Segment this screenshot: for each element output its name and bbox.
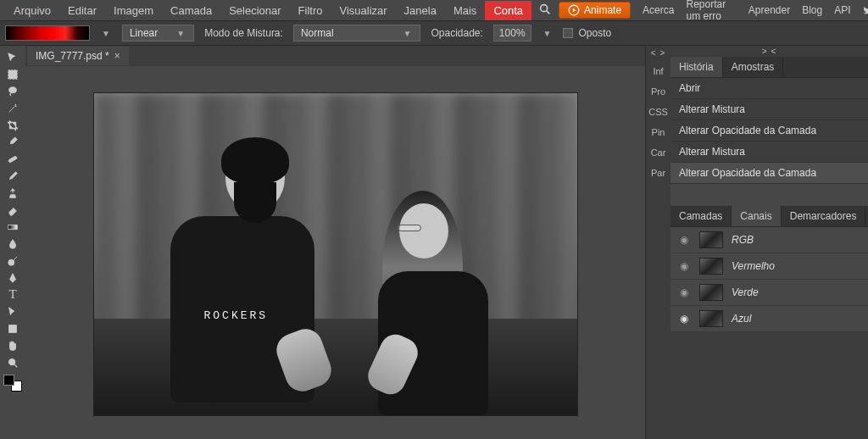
move-tool[interactable] [3,49,23,65]
channel-name: RGB [732,234,754,246]
history-item[interactable]: Alterar Mistura [670,99,868,120]
crop-tool[interactable] [3,117,23,133]
link-blog[interactable]: Blog [802,4,822,16]
link-acerca[interactable]: Acerca [643,4,674,16]
channel-name: Verde [732,286,759,298]
tab-historia[interactable]: História [670,57,723,77]
mini-pro[interactable]: Pro [651,84,665,99]
menu-selecionar[interactable]: Selecionar [220,1,289,20]
color-swatches[interactable] [3,375,22,392]
twitter-icon[interactable] [863,3,868,18]
reverse-label: Oposto [578,27,611,39]
link-aprender[interactable]: Aprender [748,4,790,16]
link-api[interactable]: API [834,4,850,16]
history-item[interactable]: Alterar Mistura [670,142,868,163]
link-reportar[interactable]: Reportar um erro [686,0,736,22]
shape-tool[interactable] [3,320,23,336]
menu-imagem[interactable]: Imagem [105,1,162,20]
svg-point-11 [9,358,15,364]
animate-button[interactable]: Animate [559,2,631,19]
mini-car[interactable]: Car [651,145,666,160]
blend-mode-dropdown[interactable]: Normal▼ [293,25,421,42]
channel-row[interactable]: ◉ Vermelho [670,253,868,280]
visibility-icon[interactable]: ◉ [677,260,691,272]
clone-tool[interactable] [3,185,23,201]
svg-rect-5 [8,69,18,79]
document-tab-label: IMG_7777.psd * [36,50,109,62]
menu-janela[interactable]: Janela [396,1,445,20]
document-area: IMG_7777.psd * × ROCKERS [25,46,645,439]
menu-camada[interactable]: Camada [162,1,220,20]
close-icon[interactable]: × [114,50,120,62]
blur-tool[interactable] [3,236,23,252]
search-icon[interactable] [531,3,559,19]
gradient-tool[interactable] [3,219,23,235]
dodge-tool[interactable] [3,253,23,269]
channel-row[interactable]: ◉ Verde [670,280,868,306]
right-links: Acerca Reportar um erro Aprender Blog AP… [643,0,868,22]
mini-info[interactable]: Inf [653,64,663,79]
opacity-dropdown-icon[interactable]: ▼ [542,29,554,38]
channel-row[interactable]: ◉ RGB [670,227,868,253]
history-item[interactable]: Abrir [670,78,868,99]
heal-tool[interactable] [3,151,23,167]
channel-list: ◉ RGB ◉ Vermelho ◉ Verde ◉ Azul [670,227,868,332]
tab-demarcadores[interactable]: Demarcadores [782,206,866,226]
toolbox: T [0,46,25,439]
hand-tool[interactable] [3,337,23,353]
menu-visualizar[interactable]: Visualizar [331,1,395,20]
menu-mais[interactable]: Mais [445,1,485,20]
tab-camadas[interactable]: Camadas [670,206,732,226]
mini-par[interactable]: Par [651,165,665,181]
gradient-dropdown-icon[interactable]: ▼ [100,29,112,38]
path-select-tool[interactable] [3,303,23,320]
channel-thumbnail [699,231,723,248]
foreground-color[interactable] [3,375,14,386]
document-tab[interactable]: IMG_7777.psd * × [27,47,129,65]
animate-label: Animate [584,4,621,16]
tab-amostras[interactable]: Amostras [723,57,784,77]
opacity-label: Opacidade: [431,27,482,39]
menu-conta[interactable]: Conta [485,1,531,20]
gradient-type-dropdown[interactable]: Linear▼ [122,25,194,42]
rect-select-tool[interactable] [3,66,23,82]
expand-icon[interactable]: < > [651,47,665,58]
wand-tool[interactable] [3,100,23,116]
collapse-icon[interactable]: > < [670,46,868,57]
lasso-tool[interactable] [3,83,23,99]
eraser-tool[interactable] [3,202,23,218]
svg-line-1 [547,10,550,14]
channel-thumbnail [699,284,723,301]
menu-editar[interactable]: Editar [59,1,105,20]
history-item[interactable]: Alterar Opacidade da Camada [670,163,868,184]
history-item[interactable]: Alterar Opacidade da Camada [670,120,868,142]
channel-row[interactable]: ◉ Azul [670,306,868,332]
mini-pin[interactable]: Pin [652,125,665,140]
menu-filtro[interactable]: Filtro [290,1,331,20]
zoom-tool[interactable] [3,354,23,370]
gradient-swatch[interactable] [5,25,90,41]
opacity-value[interactable]: 100% [493,25,531,42]
reverse-checkbox[interactable] [563,28,573,38]
canvas[interactable]: ROCKERS [94,93,577,415]
svg-marker-3 [573,8,576,13]
options-bar: ▼ Linear▼ Modo de Mistura: Normal▼ Opaci… [0,20,868,46]
history-list: Abrir Alterar Mistura Alterar Opacidade … [670,78,868,184]
svg-point-0 [541,4,548,11]
svg-point-9 [8,259,14,265]
mini-css[interactable]: CSS [648,104,668,119]
brush-tool[interactable] [3,168,23,184]
visibility-icon[interactable]: ◉ [677,313,691,325]
text-tool[interactable]: T [3,286,23,303]
channel-name: Vermelho [732,260,775,272]
menubar: Arquivo Editar Imagem Camada Selecionar … [0,0,868,20]
collapsed-panels: < > Inf Pro CSS Pin Car Par [645,46,670,439]
tab-canais[interactable]: Canais [732,206,781,226]
svg-rect-7 [8,155,18,162]
pen-tool[interactable] [3,270,23,286]
eyedropper-tool[interactable] [3,134,23,150]
menu-arquivo[interactable]: Arquivo [5,1,59,20]
blend-mode-label: Modo de Mistura: [204,27,283,39]
visibility-icon[interactable]: ◉ [677,234,691,246]
visibility-icon[interactable]: ◉ [677,286,691,298]
